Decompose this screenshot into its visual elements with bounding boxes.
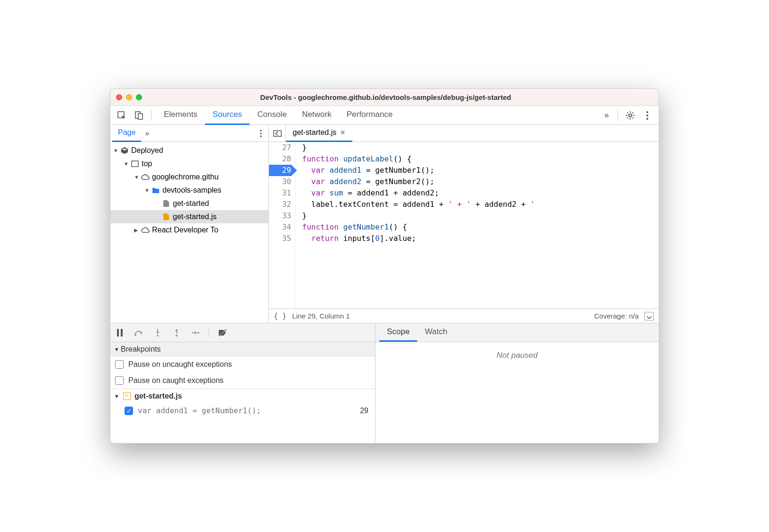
breakpoint-file-name: get-started.js	[134, 392, 182, 400]
sidebar-overflow-button[interactable]: »	[141, 129, 153, 138]
tree-item-label: React Developer To	[152, 226, 218, 234]
close-tab-icon[interactable]: ✕	[340, 129, 346, 136]
breakpoint-line-number: 29	[360, 407, 370, 415]
deactivate-breakpoints-icon[interactable]	[217, 327, 228, 338]
line-number[interactable]: 34	[269, 222, 291, 233]
tree-item[interactable]: ▼top	[110, 157, 268, 170]
tree-item-label: googlechrome.githu	[152, 173, 219, 181]
pause-caught-row[interactable]: Pause on caught exceptions	[110, 372, 375, 389]
line-number[interactable]: 33	[269, 210, 291, 222]
code-line[interactable]: return inputs[0].value;	[302, 233, 659, 244]
code-line[interactable]: label.textContent = addend1 + ' + ' + ad…	[302, 199, 659, 210]
line-number[interactable]: 30	[269, 176, 291, 187]
traffic-lights	[116, 94, 142, 100]
svg-point-4	[646, 111, 648, 113]
svg-point-9	[260, 135, 262, 137]
cloud-icon	[141, 227, 150, 233]
pause-resume-icon[interactable]	[114, 327, 125, 338]
device-toolbar-icon[interactable]	[131, 108, 146, 123]
tree-item-label: get-started.js	[173, 213, 216, 221]
pause-uncaught-checkbox[interactable]	[115, 360, 124, 369]
svg-point-8	[260, 133, 262, 134]
step-over-icon[interactable]	[133, 327, 144, 338]
code-line[interactable]: }	[302, 210, 659, 222]
line-number[interactable]: 29	[269, 165, 291, 176]
tab-performance[interactable]: Performance	[339, 106, 400, 125]
line-number[interactable]: 32	[269, 199, 291, 210]
breakpoint-entry[interactable]: ✓ var addend1 = getNumber1(); 29	[110, 403, 375, 419]
editor-tab-active[interactable]: get-started.js ✕	[286, 125, 352, 142]
sidebar-tabstrip: Page »	[110, 125, 268, 142]
sidebar-kebab-icon[interactable]	[255, 130, 267, 137]
tab-network[interactable]: Network	[295, 106, 339, 125]
tree-item[interactable]: ▼devtools-samples	[110, 184, 268, 197]
tab-elements[interactable]: Elements	[156, 106, 205, 125]
settings-gear-icon[interactable]	[623, 108, 638, 123]
tree-item[interactable]: ▼googlechrome.githu	[110, 170, 268, 184]
svg-point-17	[197, 332, 199, 334]
step-icon[interactable]	[190, 327, 201, 338]
doc-icon	[161, 200, 171, 207]
tab-console[interactable]: Console	[250, 106, 294, 125]
editor-tabstrip: get-started.js ✕	[269, 125, 659, 142]
line-number[interactable]: 27	[269, 142, 291, 153]
breakpoint-file-header[interactable]: ▼ get-started.js	[110, 389, 375, 403]
expand-arrow-icon: ▼	[134, 174, 141, 180]
kebab-menu-icon[interactable]	[640, 108, 655, 123]
expand-arrow-icon: ▼	[124, 161, 130, 167]
scope-tab-watch[interactable]: Watch	[417, 323, 455, 342]
collapse-arrow-icon: ▼	[114, 393, 119, 399]
tree-item[interactable]: ▶React Developer To	[110, 223, 268, 237]
statusbar-menu-icon[interactable]	[644, 312, 654, 320]
maximize-window-button[interactable]	[136, 94, 142, 100]
minimize-window-button[interactable]	[126, 94, 132, 100]
pause-caught-label: Pause on caught exceptions	[128, 376, 224, 385]
line-number[interactable]: 28	[269, 153, 291, 165]
scope-not-paused-message: Not paused	[376, 342, 659, 443]
tree-item[interactable]: get-started	[110, 197, 268, 210]
js-icon	[161, 213, 171, 221]
window-titlebar: DevTools - googlechrome.github.io/devtoo…	[110, 89, 659, 106]
cloud-icon	[141, 174, 150, 180]
inspect-element-icon[interactable]	[114, 108, 129, 123]
breakpoint-enabled-checkbox[interactable]: ✓	[125, 407, 133, 415]
pause-caught-checkbox[interactable]	[115, 376, 124, 385]
svg-point-3	[629, 114, 632, 117]
cursor-position: Line 29, Column 1	[292, 312, 350, 320]
collapse-arrow-icon: ▼	[114, 346, 121, 352]
code-line[interactable]: var addend1 = getNumber1();	[302, 165, 659, 176]
close-window-button[interactable]	[116, 94, 122, 100]
line-number[interactable]: 35	[269, 233, 291, 244]
step-into-icon[interactable]	[152, 327, 163, 338]
tree-item[interactable]: ▼Deployed	[110, 144, 268, 157]
scope-pane: ScopeWatch Not paused	[376, 323, 659, 443]
svg-rect-12	[117, 329, 119, 337]
code-line[interactable]: }	[302, 142, 659, 153]
pause-uncaught-label: Pause on uncaught exceptions	[128, 360, 232, 369]
debugger-pane: ▼ Breakpoints Pause on uncaught exceptio…	[110, 323, 376, 443]
code-line[interactable]: function updateLabel() {	[302, 153, 659, 165]
editor-nav-back-icon[interactable]	[269, 125, 286, 142]
code-line[interactable]: var addend2 = getNumber2();	[302, 176, 659, 187]
expand-arrow-icon: ▶	[134, 227, 141, 233]
code-line[interactable]: function getNumber1() {	[302, 222, 659, 233]
svg-rect-10	[132, 161, 138, 167]
line-number[interactable]: 31	[269, 187, 291, 199]
tabs-overflow-button[interactable]: »	[600, 110, 613, 120]
breakpoints-section-header[interactable]: ▼ Breakpoints	[110, 342, 375, 356]
tree-item[interactable]: get-started.js	[110, 210, 268, 223]
code-line[interactable]: var sum = addend1 + addend2;	[302, 187, 659, 199]
pretty-print-icon[interactable]: { }	[274, 312, 286, 320]
scope-tab-scope[interactable]: Scope	[379, 323, 417, 342]
tree-item-label: get-started	[173, 199, 209, 208]
cube-icon	[120, 147, 129, 154]
tab-sources[interactable]: Sources	[205, 106, 250, 125]
step-out-icon[interactable]	[171, 327, 182, 338]
line-gutter[interactable]: 272829303132333435	[269, 142, 295, 309]
pause-uncaught-row[interactable]: Pause on uncaught exceptions	[110, 356, 375, 372]
sidebar-tab-page[interactable]: Page	[112, 125, 141, 142]
file-tree[interactable]: ▼Deployed▼top▼googlechrome.githu▼devtool…	[110, 142, 268, 323]
editor-tab-label: get-started.js	[293, 128, 336, 137]
code-content[interactable]: }function updateLabel() { var addend1 = …	[295, 142, 659, 309]
breakpoints-header-label: Breakpoints	[121, 345, 161, 354]
